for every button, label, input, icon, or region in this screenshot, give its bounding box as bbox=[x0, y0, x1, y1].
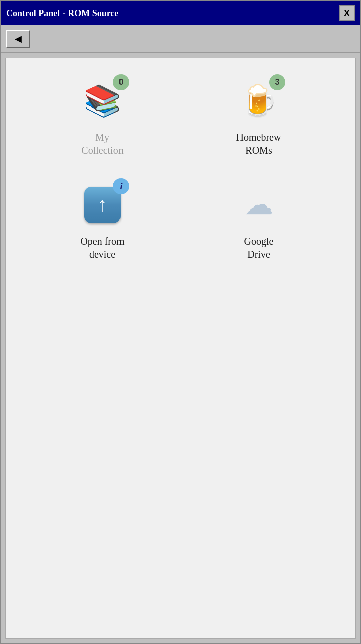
open-from-device-badge: i bbox=[113, 178, 129, 194]
grid-item-open-from-device[interactable]: ↑ i Open fromdevice bbox=[29, 177, 175, 266]
grid-item-my-collection[interactable]: 📚 0 MyCollection bbox=[29, 73, 175, 162]
homebrew-roms-label: HomebrewROMs bbox=[236, 131, 281, 157]
grid-item-homebrew-roms[interactable]: 🍺 3 HomebrewROMs bbox=[186, 73, 332, 162]
upload-icon: ↑ bbox=[84, 187, 121, 223]
upload-arrow-icon: ↑ bbox=[97, 195, 107, 215]
my-collection-icon-wrapper: 📚 0 bbox=[80, 78, 125, 124]
open-from-device-icon-wrapper: ↑ i bbox=[80, 182, 125, 228]
homebrew-roms-icon-wrapper: 🍺 3 bbox=[236, 78, 281, 124]
window-title: Control Panel - ROM Source bbox=[6, 8, 118, 19]
back-arrow-icon: ◀ bbox=[15, 33, 22, 44]
beer-mug-icon: 🍺 bbox=[240, 86, 278, 116]
window: Control Panel - ROM Source X ◀ 📚 0 MyCol… bbox=[0, 0, 361, 644]
close-button[interactable]: X bbox=[339, 5, 355, 21]
grid: 📚 0 MyCollection 🍺 3 HomebrewROMs bbox=[29, 73, 332, 266]
content-area: 📚 0 MyCollection 🍺 3 HomebrewROMs bbox=[5, 58, 356, 639]
google-drive-icon-wrapper: ☁ bbox=[236, 182, 281, 228]
my-collection-label: MyCollection bbox=[81, 131, 123, 157]
books-icon: 📚 bbox=[84, 86, 122, 116]
homebrew-roms-badge: 3 bbox=[269, 74, 285, 90]
open-from-device-label: Open fromdevice bbox=[80, 235, 124, 261]
title-bar: Control Panel - ROM Source X bbox=[1, 1, 360, 25]
toolbar: ◀ bbox=[1, 25, 360, 53]
grid-item-google-drive[interactable]: ☁ GoogleDrive bbox=[186, 177, 332, 266]
cloud-icon: ☁ bbox=[244, 190, 273, 220]
google-drive-label: GoogleDrive bbox=[244, 235, 274, 261]
back-button[interactable]: ◀ bbox=[6, 30, 30, 48]
my-collection-badge: 0 bbox=[113, 74, 129, 90]
